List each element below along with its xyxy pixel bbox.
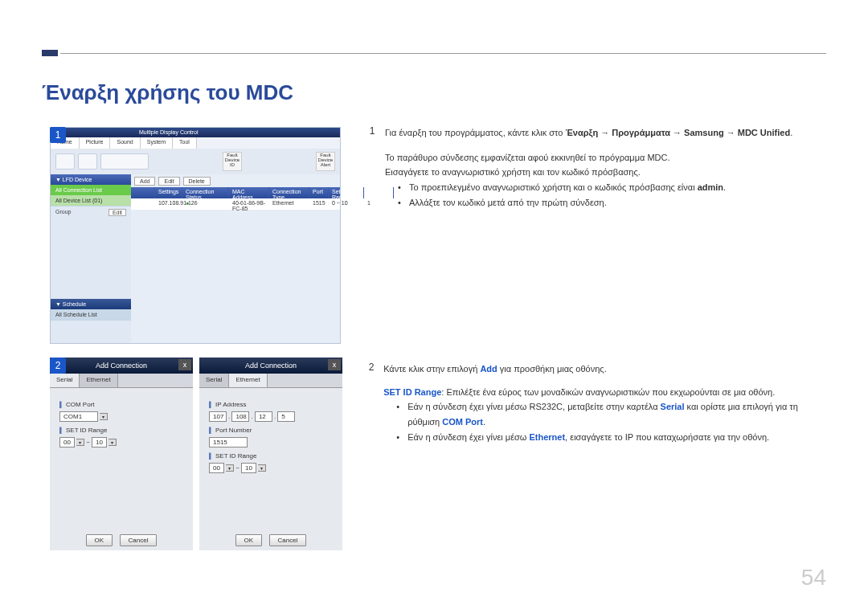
dialog-tabs: Serial Ethernet [199, 374, 342, 388]
chevron-down-icon[interactable]: ▾ [76, 439, 84, 446]
menu-bar: Home Picture Sound System Tool [51, 137, 340, 149]
step1-bullet2: Αλλάξτε τον κωδικό μετά από την πρώτη σύ… [401, 195, 792, 210]
port-label: Port Number [209, 427, 333, 434]
dialog-footer: OK Cancel [199, 531, 342, 546]
com-port-select[interactable]: COM1 [59, 411, 98, 422]
chevron-down-icon[interactable]: ▾ [258, 464, 266, 472]
s2-serial: Serial [661, 402, 685, 411]
tab-ethernet[interactable]: Ethernet [229, 374, 267, 387]
sidebar-all-dev[interactable]: All Device List (01) [51, 195, 131, 206]
ip-1[interactable]: 107 [209, 411, 227, 422]
ok-button[interactable]: OK [235, 534, 263, 546]
main-panel: Add Edit Delete Settings Connection Stat… [131, 174, 340, 343]
menu-sound[interactable]: Sound [110, 137, 140, 149]
step-2-number: 2 [366, 362, 377, 373]
tilde: ~ [86, 439, 90, 446]
col-0 [131, 187, 155, 198]
s1l1a: Για έναρξη του προγράμματος, κάντε κλικ … [385, 128, 565, 137]
sidebar: ▼ LFD Device All Connection List All Dev… [51, 174, 131, 343]
step1-line3: Εισαγάγετε το αναγνωριστικό χρήστη και τ… [385, 165, 792, 180]
menu-system[interactable]: System [141, 137, 173, 149]
header-accent [42, 50, 58, 56]
sidebar-all-conn[interactable]: All Connection List [51, 185, 131, 195]
close-icon[interactable]: x [328, 359, 341, 370]
sidebar-group-label: Group [55, 209, 71, 216]
mdc-main-screenshot: Multiple Display Control Home Picture So… [50, 127, 341, 344]
fault-device-id-icon[interactable]: Fault Device ID [223, 152, 242, 171]
step1-line1: Για έναρξη του προγράμματος, κάντε κλικ … [385, 125, 792, 141]
sidebar-edit-btn[interactable]: Edit [108, 209, 126, 216]
chevron-down-icon[interactable]: ▾ [100, 413, 108, 420]
col-mac: MAC Address [229, 187, 269, 198]
fault-id-label: Fault Device ID [225, 153, 240, 167]
ip-2[interactable]: 108 [231, 411, 249, 422]
col-setid: SetID Range [329, 187, 364, 198]
tool-btn-1[interactable] [55, 153, 75, 170]
setid-label: SET ID Range [209, 452, 333, 460]
col-port: Port [309, 187, 329, 198]
menu-tool[interactable]: Tool [173, 137, 197, 149]
cell-status: ● [182, 198, 229, 210]
step1-bullet1: Το προεπιλεγμένο αναγνωριστικό χρήστη κα… [401, 180, 792, 195]
fault-alert-label: Fault Device Alert [318, 153, 333, 167]
s2-add: Add [480, 364, 497, 374]
main-actions: Add Edit Delete [131, 174, 340, 187]
dialog-header: Add Connectionx [50, 358, 193, 374]
cell-0 [131, 198, 155, 210]
s2-setid-lbl: SET ID Range [383, 387, 441, 397]
delete-button[interactable]: Delete [183, 177, 211, 186]
chevron-down-icon[interactable]: ▾ [226, 464, 234, 472]
tab-ethernet[interactable]: Ethernet [80, 374, 117, 387]
s2l1b: για προσθήκη μιας οθόνης. [497, 364, 607, 374]
chevron-down-icon[interactable]: ▾ [108, 439, 117, 446]
window-title: Multiple Display Control [139, 129, 199, 135]
add-connection-ethernet-dialog: Add Connectionx Serial Ethernet IP Addre… [199, 358, 342, 550]
table-header: Settings Connection Status MAC Address C… [131, 187, 340, 198]
step2-dash2: Εάν η σύνδεση έχει γίνει μέσω Ethernet, … [399, 430, 821, 445]
s2-comport: COM Port [442, 417, 483, 427]
dialog-tabs: Serial Ethernet [50, 374, 193, 388]
dialog-title: Add Connection [245, 362, 297, 370]
table-row[interactable]: 107.108.91.126 ● 40-61-86-9B-FC-85 Ether… [131, 198, 340, 210]
ip-label: IP Address [209, 401, 333, 408]
s2d2a: Εάν η σύνδεση έχει γίνει μέσω [407, 432, 529, 442]
sidebar-all-schedule[interactable]: All Schedule List [51, 309, 131, 321]
dialog-body: IP Address 107. 108. 12. 5 Port Number 1… [199, 388, 342, 481]
step-1-badge: 1 [50, 127, 66, 143]
edit-button[interactable]: Edit [158, 177, 179, 186]
sidebar-schedule-header[interactable]: ▼ Schedule [51, 299, 131, 309]
s2d1a: Εάν η σύνδεση έχει γίνει μέσω RS232C, με… [407, 402, 660, 411]
setid-label: SET ID Range [59, 427, 183, 434]
setid-to[interactable]: 10 [92, 437, 107, 447]
setid-to[interactable]: 10 [241, 463, 256, 473]
step-2-badge: 2 [50, 358, 66, 374]
dialog-footer: OK Cancel [50, 531, 193, 546]
sidebar-lfd-header[interactable]: ▼ LFD Device [51, 174, 131, 185]
dialog-header: Add Connectionx [199, 358, 342, 374]
s1-path: Έναρξη → Προγράμματα → Samsung → MDC Uni… [565, 128, 790, 137]
col-settings: Settings [155, 187, 182, 198]
ip-3[interactable]: 12 [255, 411, 272, 422]
tool-btn-2[interactable] [78, 153, 97, 170]
s2-setid-txt: : Επιλέξτε ένα εύρος των μοναδικών αναγν… [441, 387, 775, 397]
add-button[interactable]: Add [134, 177, 155, 186]
toolbar: Fault Device ID Fault Device Alert [51, 149, 340, 174]
fault-device-alert-icon[interactable]: Fault Device Alert [316, 152, 335, 171]
ip-4[interactable]: 5 [277, 411, 295, 422]
port-input[interactable]: 1515 [209, 437, 248, 447]
cell-mac: 40-61-86-9B-FC-85 [229, 198, 269, 210]
cancel-button[interactable]: Cancel [269, 534, 307, 546]
tool-btn-3[interactable] [100, 153, 149, 170]
cancel-button[interactable]: Cancel [120, 534, 158, 546]
ok-button[interactable]: OK [86, 534, 113, 546]
menu-picture[interactable]: Picture [80, 137, 111, 149]
step1-line2: Το παράθυρο σύνδεσης εμφανίζεται αφού εκ… [385, 150, 792, 166]
cell-port: 1515 [309, 198, 329, 210]
setid-from[interactable]: 00 [209, 463, 224, 473]
setid-from[interactable]: 00 [59, 437, 75, 447]
tab-serial[interactable]: Serial [50, 374, 80, 387]
tab-serial[interactable]: Serial [199, 374, 229, 387]
s1-admin: admin [698, 182, 723, 192]
close-icon[interactable]: x [178, 359, 191, 370]
step2-dash1: Εάν η σύνδεση έχει γίνει μέσω RS232C, με… [399, 399, 821, 429]
